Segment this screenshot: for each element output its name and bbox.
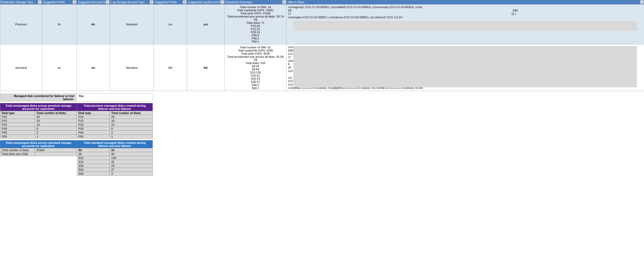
disk-count-header: Total number of disks [110, 111, 153, 115]
cell: NA [187, 44, 225, 91]
cell: P10 [77, 115, 110, 119]
cell: S15 [77, 160, 110, 164]
cell: hlr [42, 4, 77, 44]
cell: 10 [35, 119, 77, 123]
cell: 84 [110, 152, 153, 156]
col-suggested-account-name[interactable]: Suggested Account Name▼ [77, 0, 110, 4]
cell: P40 [0, 131, 35, 135]
cell: 130 [110, 156, 153, 160]
cell: S10 [77, 156, 110, 160]
redacted-region [293, 46, 637, 87]
filter-icon[interactable]: ▼ [640, 0, 644, 4]
cell: Total disks size (GB) [0, 152, 35, 156]
cell: Premium [0, 4, 42, 44]
cell: 26 [35, 115, 77, 119]
cell [35, 168, 77, 172]
managed-disk-row: Managed disk considered for failover or … [0, 94, 644, 101]
managed-disk-value: Yes [77, 94, 153, 101]
table-row: Total disks size (GB)S684 [0, 152, 153, 156]
cell: 8 [35, 127, 77, 131]
table-row: PremiumhlrhlrStandardyniyniTotal number … [0, 4, 644, 44]
cell [0, 164, 35, 168]
cell [0, 156, 35, 160]
standard-disks-table: Total unmanaged disks across standard st… [0, 140, 153, 176]
cell: 10 [110, 119, 153, 123]
storage-placement-table: Replication Storage Type▼ Suggested Pref… [0, 0, 644, 91]
disk-count-header: Total number of disks [35, 111, 77, 115]
cell: 82943 [35, 148, 77, 152]
cell: xtc [42, 44, 77, 91]
cell: 14 [35, 123, 77, 127]
cell [0, 172, 35, 176]
cell: 1 [110, 135, 153, 139]
standard-unmanaged-header: Total unmanaged disks across standard st… [0, 140, 77, 148]
cell: S4 [77, 148, 110, 152]
cell: P20 [77, 123, 110, 127]
table-row: S3027 [0, 168, 153, 172]
cell: 8 [110, 127, 153, 131]
managed-disk-label: Managed disk considered for failover or … [0, 94, 77, 101]
cell [35, 156, 77, 160]
cell: 27 [110, 168, 153, 172]
placement-summary-cell: Total number of VMs: 14Total read/write … [225, 4, 286, 44]
table-row: S2023 [0, 164, 153, 168]
table-row: S403 [0, 172, 153, 176]
cell [0, 160, 35, 164]
col-suggested-log-account-name[interactable]: Suggested Log Account Name▼ [187, 0, 225, 4]
table-row: P402P402 [0, 131, 153, 135]
cell [35, 164, 77, 168]
table-row: P501P501 [0, 135, 153, 139]
table-row: Total number of disks82943S424 [0, 148, 153, 152]
vms-to-place-cell: co1magicsql1 (CO1-CU-SV-EE001), co1coitw… [286, 4, 644, 44]
disk-type-header: Disk type [0, 111, 35, 115]
cell: 1 [35, 135, 77, 139]
table-row: S10130 [0, 156, 153, 160]
col-vms-to-place[interactable]: VMs to Place▼ [286, 0, 644, 4]
col-placement-summary[interactable]: Placement Summary▼ [225, 0, 286, 4]
premium-managed-header: Total premium managed disks created duri… [77, 103, 153, 111]
cell: Total number of disks [0, 148, 35, 152]
table-row: P1026P1026 [0, 115, 153, 119]
cell: Standard [110, 44, 154, 91]
cell: S30 [77, 168, 110, 172]
disk-type-header: Disk type [77, 111, 110, 115]
cell: 14 [110, 123, 153, 127]
cell: P20 [0, 123, 35, 127]
table-row: P308P308 [0, 127, 153, 131]
filter-icon[interactable]: ▼ [38, 0, 42, 4]
cell: P15 [0, 119, 35, 123]
premium-disks-table: Total unmanaged disks across premium sto… [0, 103, 153, 139]
cell: P30 [0, 127, 35, 131]
cell: 3 [110, 172, 153, 176]
filter-icon[interactable]: ▼ [183, 0, 186, 4]
cell: 24 [110, 148, 153, 152]
cell: P15 [77, 119, 110, 123]
filter-icon[interactable]: ▼ [220, 0, 224, 4]
col-suggested-prefix-2[interactable]: Suggested Prefix▼ [154, 0, 187, 4]
cell: S6 [77, 152, 110, 156]
cell: hlr [77, 4, 110, 44]
filter-icon[interactable]: ▼ [282, 0, 286, 4]
placement-summary-cell: Total number of VMs: 91Total read/write … [225, 44, 286, 91]
cell: P30 [77, 127, 110, 131]
cell: Standard [110, 4, 154, 44]
filter-icon[interactable]: ▼ [73, 0, 76, 4]
cell [35, 172, 77, 176]
filter-icon[interactable]: ▼ [150, 0, 153, 4]
cell: 23 [110, 164, 153, 168]
cell: 26 [110, 115, 153, 119]
cell: Standard [0, 44, 42, 91]
cell [35, 160, 77, 164]
col-log-storage-account-type[interactable]: Log Storage Account Type▼ [110, 0, 154, 4]
cell: yni [154, 4, 187, 44]
filter-icon[interactable]: ▼ [106, 0, 109, 4]
cell [0, 168, 35, 172]
col-replication-storage-type[interactable]: Replication Storage Type▼ [0, 0, 42, 4]
redacted-region [293, 21, 637, 31]
table-row: S1541 [0, 160, 153, 164]
header-row: Replication Storage Type▼ Suggested Pref… [0, 0, 644, 4]
cell: 41 [110, 160, 153, 164]
col-suggested-prefix-1[interactable]: Suggested Prefix▼ [42, 0, 77, 4]
premium-unmanaged-header: Total unmanaged disks across premium sto… [0, 103, 77, 111]
cell: 2 [110, 131, 153, 135]
